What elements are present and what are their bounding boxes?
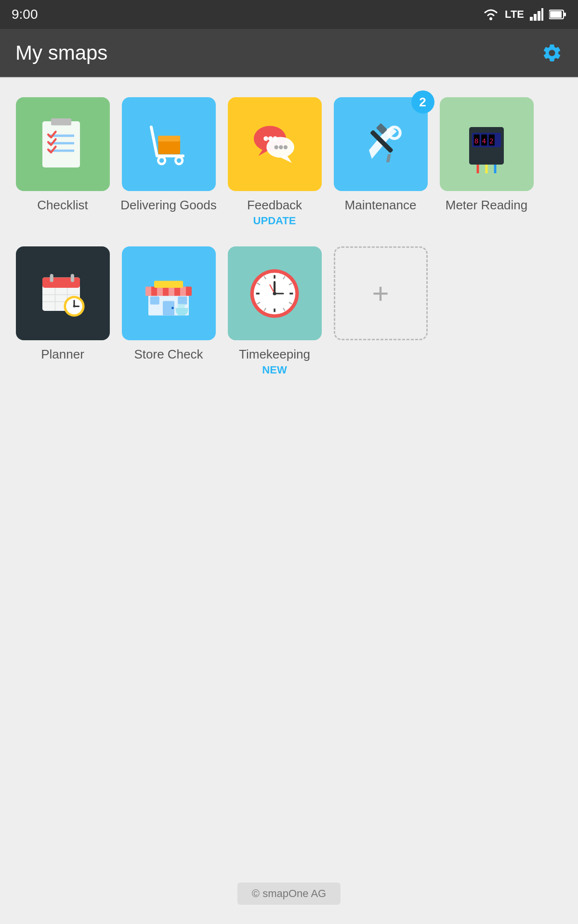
tile-store-check[interactable]: Store Check	[120, 246, 217, 376]
svg-point-86	[273, 292, 276, 295]
tile-label-feedback: Feedback	[247, 198, 302, 213]
tile-feedback[interactable]: Feedback UPDATE	[226, 97, 323, 227]
status-icons: LTE	[483, 8, 566, 21]
svg-rect-51	[71, 274, 74, 282]
tile-timekeeping[interactable]: Timekeeping NEW	[226, 246, 323, 376]
svg-rect-61	[169, 286, 174, 295]
add-icon: +	[372, 279, 389, 308]
svg-text:8: 8	[474, 137, 479, 144]
svg-rect-14	[158, 136, 180, 141]
svg-point-0	[489, 17, 492, 20]
tile-label-checklist: Checklist	[37, 198, 88, 213]
svg-rect-60	[157, 286, 163, 295]
svg-point-18	[177, 158, 182, 163]
svg-rect-4	[541, 8, 543, 21]
svg-rect-3	[538, 11, 540, 21]
svg-text:2: 2	[489, 137, 494, 144]
svg-rect-62	[180, 286, 186, 295]
tile-icon-meter-reading: 8 4 2	[440, 97, 534, 191]
grid-row-1: Checklist Delivering Goods	[14, 97, 564, 227]
app-title: My smaps	[15, 41, 107, 64]
signal-icon	[530, 8, 543, 21]
svg-rect-59	[145, 286, 151, 295]
svg-marker-32	[383, 152, 394, 164]
svg-rect-68	[178, 304, 184, 308]
tile-icon-delivering-goods	[122, 97, 216, 191]
status-bar: 9:00 LTE	[0, 0, 578, 29]
tile-sublabel-timekeeping: NEW	[262, 364, 287, 376]
tile-icon-planner	[16, 246, 110, 340]
tile-label-maintenance: Maintenance	[345, 198, 417, 213]
tile-label-planner: Planner	[41, 347, 84, 362]
svg-text:4: 4	[482, 137, 486, 144]
svg-rect-7	[564, 13, 566, 16]
status-time: 9:00	[12, 7, 38, 22]
tile-label-delivering-goods: Delivering Goods	[120, 198, 216, 213]
app-bar: My smaps	[0, 29, 578, 77]
tile-icon-checklist	[16, 97, 110, 191]
tile-add-new[interactable]: +	[332, 246, 429, 376]
svg-rect-66	[150, 296, 159, 305]
maintenance-badge: 2	[411, 90, 434, 114]
svg-point-56	[73, 305, 76, 308]
svg-point-27	[279, 145, 283, 149]
lte-label: LTE	[505, 8, 524, 21]
footer: © smapOne AG	[237, 883, 341, 905]
tile-label-meter-reading: Meter Reading	[446, 198, 528, 213]
svg-point-21	[263, 136, 268, 141]
tile-label-store-check: Store Check	[134, 347, 203, 362]
battery-icon	[549, 9, 566, 20]
tile-planner[interactable]: Planner	[14, 246, 111, 376]
svg-point-26	[274, 145, 278, 149]
tile-icon-timekeeping	[228, 246, 322, 340]
tile-delivering-goods[interactable]: Delivering Goods	[120, 97, 217, 227]
svg-rect-63	[154, 281, 183, 287]
svg-rect-67	[178, 296, 187, 305]
svg-rect-50	[50, 274, 53, 282]
grid-row-2: Planner	[14, 246, 564, 376]
tile-icon-maintenance: 2	[334, 97, 428, 191]
svg-rect-6	[550, 11, 562, 18]
wifi-icon	[483, 8, 499, 21]
svg-point-65	[171, 307, 174, 309]
svg-point-28	[284, 145, 288, 149]
tile-icon-feedback	[228, 97, 322, 191]
tile-meter-reading[interactable]: 8 4 2 Meter Reading	[438, 97, 535, 227]
main-content: Checklist Delivering Goods	[0, 78, 578, 396]
svg-rect-1	[530, 17, 533, 21]
tile-icon-store-check	[122, 246, 216, 340]
svg-rect-2	[534, 14, 537, 21]
footer-text: © smapOne AG	[252, 887, 326, 899]
settings-icon[interactable]	[541, 42, 563, 64]
tile-maintenance[interactable]: 2 Maintenance	[332, 97, 429, 227]
svg-rect-45	[42, 277, 80, 288]
tile-sublabel-feedback: UPDATE	[253, 215, 296, 227]
tile-label-timekeeping: Timekeeping	[239, 347, 310, 362]
svg-point-16	[159, 158, 164, 163]
svg-rect-9	[51, 118, 71, 125]
tile-checklist[interactable]: Checklist	[14, 97, 111, 227]
add-tile-box[interactable]: +	[334, 246, 428, 340]
